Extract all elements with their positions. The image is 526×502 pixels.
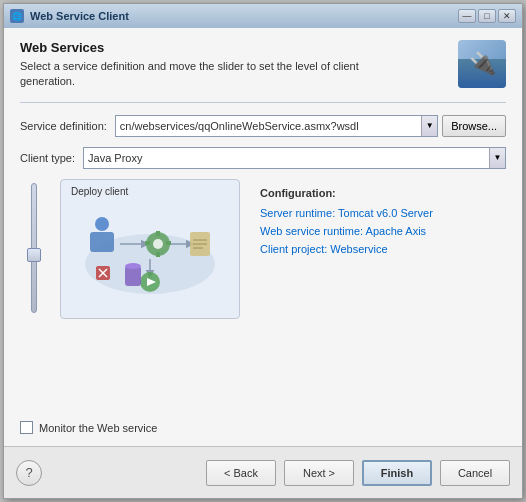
diagram-area: Deploy client <box>20 179 506 411</box>
help-button[interactable]: ? <box>16 460 42 486</box>
chevron-down-icon: ▼ <box>494 153 502 162</box>
diagram-image: Deploy client <box>60 179 240 319</box>
config-panel: Configuration: Server runtime: Tomcat v6… <box>252 179 506 411</box>
client-type-row: Client type: Java Proxy ▼ <box>20 147 506 169</box>
monitor-checkbox[interactable] <box>20 421 33 434</box>
monitor-row: Monitor the Web service <box>20 421 506 434</box>
config-title: Configuration: <box>260 187 506 199</box>
service-definition-label: Service definition: <box>20 120 107 132</box>
svg-rect-11 <box>166 241 171 245</box>
main-window: 🌐 Web Service Client — □ ✕ Web Services … <box>3 3 523 499</box>
window-controls: — □ ✕ <box>458 9 516 23</box>
service-definition-dropdown-arrow[interactable]: ▼ <box>421 116 437 136</box>
svg-point-19 <box>125 263 141 269</box>
svg-rect-4 <box>90 232 114 252</box>
minimize-button[interactable]: — <box>458 9 476 23</box>
service-definition-input-group: cn/webservices/qqOnlineWebService.asmx?w… <box>115 115 506 137</box>
service-definition-row: Service definition: cn/webservices/qqOnl… <box>20 115 506 137</box>
main-content: Web Services Select a service definition… <box>4 28 522 446</box>
client-type-label: Client type: <box>20 152 75 164</box>
slider-track[interactable] <box>31 183 37 313</box>
web-service-runtime-link[interactable]: Web service runtime: Apache Axis <box>260 225 506 237</box>
description-text: Select a service definition and move the… <box>20 59 400 90</box>
title-bar: 🌐 Web Service Client — □ ✕ <box>4 4 522 28</box>
svg-rect-10 <box>145 241 150 245</box>
divider-1 <box>20 102 506 103</box>
svg-point-7 <box>153 239 163 249</box>
client-type-dropdown-arrow[interactable]: ▼ <box>489 148 505 168</box>
client-type-select[interactable]: Java Proxy ▼ <box>83 147 506 169</box>
window-icon: 🌐 <box>10 9 24 23</box>
svg-rect-9 <box>156 252 160 257</box>
svg-point-5 <box>95 217 109 231</box>
cancel-button[interactable]: Cancel <box>440 460 510 486</box>
monitor-label: Monitor the Web service <box>39 422 157 434</box>
service-definition-input[interactable]: cn/webservices/qqOnlineWebService.asmx?w… <box>115 115 438 137</box>
section-header: Web Services Select a service definition… <box>20 40 506 90</box>
service-definition-value: cn/webservices/qqOnlineWebService.asmx?w… <box>120 120 421 132</box>
next-button[interactable]: Next > <box>284 460 354 486</box>
client-project-link[interactable]: Client project: Webservice <box>260 243 506 255</box>
header-icon <box>458 40 506 88</box>
window-title: Web Service Client <box>30 10 452 22</box>
maximize-button[interactable]: □ <box>478 9 496 23</box>
browse-button[interactable]: Browse... <box>442 115 506 137</box>
diagram-svg <box>70 194 230 304</box>
nav-buttons: < Back Next > Finish Cancel <box>206 460 510 486</box>
diagram-label: Deploy client <box>71 186 128 197</box>
bottom-bar: ? < Back Next > Finish Cancel <box>4 446 522 498</box>
server-runtime-link[interactable]: Server runtime: Tomcat v6.0 Server <box>260 207 506 219</box>
finish-button[interactable]: Finish <box>362 460 432 486</box>
close-button[interactable]: ✕ <box>498 9 516 23</box>
slider-thumb[interactable] <box>27 248 41 262</box>
section-title: Web Services <box>20 40 400 55</box>
svg-rect-8 <box>156 231 160 236</box>
client-type-value: Java Proxy <box>88 152 489 164</box>
back-button[interactable]: < Back <box>206 460 276 486</box>
chevron-down-icon: ▼ <box>426 121 434 130</box>
slider-container <box>20 179 48 411</box>
